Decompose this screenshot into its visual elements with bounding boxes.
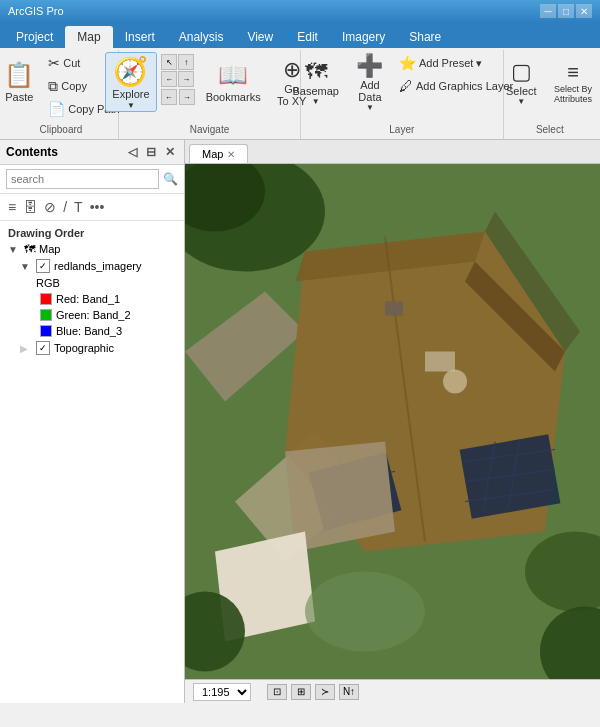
blue-swatch xyxy=(40,325,52,337)
tree-item-redlands-imagery[interactable]: ▼ ✓ redlands_imagery xyxy=(0,257,184,275)
topo-arrow: ▶ xyxy=(20,343,32,354)
svg-point-22 xyxy=(443,370,467,394)
pencil-icon[interactable]: / xyxy=(61,197,69,217)
ribbon-group-layer: 🗺 Basemap ▼ ➕ AddData ▼ ⭐ Add Preset ▾ 🖊… xyxy=(301,50,503,139)
bookmarks-button[interactable]: 📖 Bookmarks xyxy=(199,52,268,112)
pan-left-btn[interactable]: ← xyxy=(161,71,177,87)
tree-item-rgb[interactable]: RGB xyxy=(0,275,184,291)
layers-icon[interactable]: ≡ xyxy=(6,197,18,217)
basemap-dropdown-icon: ▼ xyxy=(312,97,320,106)
explore-icon: 🧭 xyxy=(113,55,148,88)
add-data-label: AddData xyxy=(358,79,381,103)
zoom-home-button[interactable]: ⊡ xyxy=(267,684,287,700)
search-input[interactable] xyxy=(6,169,159,189)
red-swatch xyxy=(40,293,52,305)
ribbon: 📋 Paste ✂ Cut ⧉ Copy 📄 Copy Path Clipboa… xyxy=(0,48,600,140)
table-icon[interactable]: 🗄 xyxy=(21,197,39,217)
pan-button[interactable]: ≻ xyxy=(315,684,335,700)
auto-hide-button[interactable]: ◁ xyxy=(125,144,140,160)
tab-share[interactable]: Share xyxy=(397,26,453,48)
drawing-order-label: Drawing Order xyxy=(0,225,184,241)
tab-edit[interactable]: Edit xyxy=(285,26,330,48)
search-icon[interactable]: 🔍 xyxy=(163,172,178,186)
explore-dropdown-icon: ▼ xyxy=(127,101,135,110)
paste-icon: 📋 xyxy=(4,61,34,89)
tree-item-topographic[interactable]: ▶ ✓ Topographic xyxy=(0,339,184,357)
topo-checkbox[interactable]: ✓ xyxy=(36,341,50,355)
contents-tree: Drawing Order ▼ 🗺 Map ▼ ✓ redlands_image… xyxy=(0,221,184,703)
svg-rect-23 xyxy=(385,302,403,316)
map-label: Map xyxy=(39,243,60,255)
tree-item-green-band[interactable]: Green: Band_2 xyxy=(0,307,184,323)
imagery-arrow: ▼ xyxy=(20,261,32,272)
add-graphics-layer-icon: 🖊 xyxy=(399,78,413,94)
pan-up-btn[interactable]: ↑ xyxy=(178,54,194,70)
map-icon: 🗺 xyxy=(24,243,35,255)
nav-fwd-btn[interactable]: → xyxy=(179,89,195,105)
zoom-extent-button[interactable]: ⊞ xyxy=(291,684,311,700)
map-canvas[interactable] xyxy=(185,164,600,679)
scale-dropdown[interactable]: 1:195 xyxy=(193,683,251,701)
explore-button[interactable]: 🧭 Explore ▼ xyxy=(105,52,156,112)
select-label: Select xyxy=(506,85,537,97)
pan-arrows: ↖ ↑ ← → xyxy=(161,54,194,87)
copy-path-icon: 📄 xyxy=(48,101,65,117)
filter-icon[interactable]: ⊘ xyxy=(42,197,58,217)
add-data-button[interactable]: ➕ AddData ▼ xyxy=(348,52,392,112)
tab-map[interactable]: Map xyxy=(65,26,112,48)
tab-view[interactable]: View xyxy=(235,26,285,48)
select-by-attributes-button[interactable]: ≡ Select ByAttributes xyxy=(546,52,600,112)
paste-button[interactable]: 📋 Paste xyxy=(0,52,41,112)
green-band-label: Green: Band_2 xyxy=(56,309,131,321)
close-button[interactable]: ✕ xyxy=(576,4,592,18)
minimize-button[interactable]: ─ xyxy=(540,4,556,18)
contents-header: Contents ◁ ⊟ ✕ xyxy=(0,140,184,165)
pan-up-left-btn[interactable]: ↖ xyxy=(161,54,177,70)
selection-content: ▢ Select ▼ ≡ Select ByAttributes xyxy=(499,52,600,124)
main-area: Contents ◁ ⊟ ✕ 🔍 ≡ 🗄 ⊘ / T ••• Drawing O… xyxy=(0,140,600,703)
svg-rect-21 xyxy=(425,352,455,372)
aerial-imagery-svg xyxy=(185,164,600,679)
explore-label: Explore xyxy=(112,88,149,100)
nav-arrows-bottom: ← → xyxy=(161,89,195,105)
imagery-checkbox[interactable]: ✓ xyxy=(36,259,50,273)
svg-point-30 xyxy=(305,572,425,652)
ribbon-group-selection: ▢ Select ▼ ≡ Select ByAttributes Select xyxy=(504,50,596,139)
map-tab-label: Map xyxy=(202,148,223,160)
tab-analysis[interactable]: Analysis xyxy=(167,26,236,48)
tree-item-map[interactable]: ▼ 🗺 Map xyxy=(0,241,184,257)
tab-project[interactable]: Project xyxy=(4,26,65,48)
options-button[interactable]: ⊟ xyxy=(143,144,159,160)
text-icon[interactable]: T xyxy=(72,197,85,217)
select-button[interactable]: ▢ Select ▼ xyxy=(499,52,544,112)
map-tab-close-icon[interactable]: ✕ xyxy=(227,149,235,160)
tree-item-blue-band[interactable]: Blue: Band_3 xyxy=(0,323,184,339)
tree-item-red-band[interactable]: Red: Band_1 xyxy=(0,291,184,307)
select-by-attr-icon: ≡ xyxy=(567,61,579,84)
contents-title: Contents xyxy=(6,145,58,159)
title-bar-label: ArcGIS Pro xyxy=(8,5,64,17)
title-bar-controls: ─ □ ✕ xyxy=(540,4,592,18)
pan-right-btn[interactable]: → xyxy=(178,71,194,87)
map-tab-main[interactable]: Map ✕ xyxy=(189,144,248,163)
select-by-attr-label: Select ByAttributes xyxy=(554,84,592,104)
tab-insert[interactable]: Insert xyxy=(113,26,167,48)
add-preset-icon: ⭐ xyxy=(399,55,416,71)
copy-label: Copy xyxy=(61,80,87,92)
ribbon-group-navigate: 🧭 Explore ▼ ↖ ↑ ← → ← → xyxy=(119,50,301,139)
topographic-label: Topographic xyxy=(54,342,114,354)
select-dropdown-icon: ▼ xyxy=(517,97,525,106)
basemap-label: Basemap xyxy=(292,85,338,97)
maximize-button[interactable]: □ xyxy=(558,4,574,18)
tab-imagery[interactable]: Imagery xyxy=(330,26,397,48)
basemap-icon: 🗺 xyxy=(305,59,327,85)
nav-back-btn[interactable]: ← xyxy=(161,89,177,105)
more-options-icon[interactable]: ••• xyxy=(88,197,107,217)
header-controls: ◁ ⊟ ✕ xyxy=(125,144,178,160)
basemap-button[interactable]: 🗺 Basemap ▼ xyxy=(285,52,345,112)
close-panel-button[interactable]: ✕ xyxy=(162,144,178,160)
north-arrow-button[interactable]: N↑ xyxy=(339,684,359,700)
nav-arrows-top: ↖ ↑ ← → xyxy=(161,54,194,87)
bookmarks-label: Bookmarks xyxy=(206,91,261,103)
rgb-label: RGB xyxy=(36,277,60,289)
